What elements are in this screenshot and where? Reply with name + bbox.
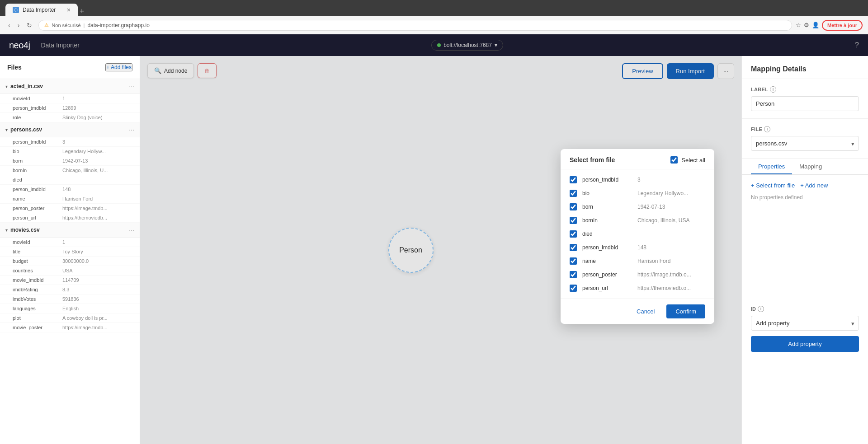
new-tab-btn[interactable]: + — [80, 7, 85, 16]
list-item: movie_posterhttps://image.tmdb... — [0, 323, 140, 332]
modal-row-checkbox[interactable] — [570, 285, 577, 292]
modal-row-val: Legendary Hollywo... — [637, 190, 705, 196]
confirm-btn[interactable]: Confirm — [666, 304, 705, 318]
cancel-btn[interactable]: Cancel — [629, 304, 662, 318]
row-key: person_tmdbId — [13, 105, 62, 111]
row-key: title — [13, 249, 62, 254]
row-key: imdbVotes — [13, 296, 62, 302]
add-files-btn[interactable]: + Add files — [105, 63, 132, 71]
file-header-acted-in[interactable]: ▾ acted_in.csv ··· — [0, 79, 140, 94]
modal-row-checkbox[interactable] — [570, 190, 577, 197]
row-key: movieId — [13, 96, 62, 101]
list-item: plotA cowboy doll is pr... — [0, 313, 140, 323]
file-group-movies: ▾ movies.csv ··· movieId1 titleToy Story… — [0, 223, 140, 332]
no-properties-text: No properties defined — [751, 194, 859, 201]
address-bar: ‹ › ↻ ⚠ Non sécurisé | data-importer.gra… — [0, 16, 868, 34]
list-item: died — [0, 175, 140, 185]
add-property-btn[interactable]: Add property — [751, 336, 859, 352]
properties-section: + Select from file + Add new No properti… — [742, 175, 868, 208]
modal-row-checkbox[interactable] — [570, 271, 577, 278]
select-from-file-btn[interactable]: + Select from file — [751, 182, 795, 189]
row-val: A cowboy doll is pr... — [62, 315, 108, 321]
modal-row: name Harrison Ford — [561, 254, 714, 268]
list-item: bioLegendary Hollyw... — [0, 147, 140, 156]
file-menu-persons[interactable]: ··· — [129, 126, 134, 133]
row-key: role — [13, 115, 62, 120]
panel-title: Mapping Details — [751, 65, 859, 73]
modal-row-checkbox[interactable] — [570, 230, 577, 238]
list-item: movie_imdbId114709 — [0, 276, 140, 285]
connection-badge[interactable]: bolt://localhost:7687 ▾ — [431, 40, 503, 51]
id-info-icon: i — [758, 306, 764, 312]
list-item: imdbRating8.3 — [0, 285, 140, 294]
list-item: titleToy Story — [0, 247, 140, 257]
connection-chevron: ▾ — [495, 42, 497, 48]
modal-row-checkbox[interactable] — [570, 176, 577, 183]
right-panel: Mapping Details Label i File i persons. — [741, 56, 868, 444]
list-item: born1942-07-13 — [0, 156, 140, 166]
modal-row-checkbox[interactable] — [570, 244, 577, 251]
row-key: countries — [13, 268, 62, 273]
row-key: movie_poster — [13, 325, 62, 330]
tab-title: Data Importer — [23, 7, 56, 13]
app-title: Data Importer — [41, 42, 80, 49]
panel-tabs: Properties Mapping — [742, 159, 868, 175]
modal-row: person_tmdbId 3 — [561, 173, 714, 187]
modal-row-key: born — [582, 204, 632, 210]
modal-row-checkbox[interactable] — [570, 257, 577, 265]
add-property-select[interactable]: Add property — [751, 316, 859, 331]
address-input[interactable]: ⚠ Non sécurisé | data-importer.graphapp.… — [38, 20, 792, 31]
file-header-movies[interactable]: ▾ movies.csv ··· — [0, 223, 140, 238]
browser-tabs: ⬡ Data Importer × + — [5, 0, 85, 16]
row-val: 12899 — [62, 105, 76, 111]
row-val: Toy Story — [62, 249, 83, 254]
modal-row-key: person_poster — [582, 271, 632, 278]
file-group-persons: ▾ persons.csv ··· person_tmdbId3 bioLege… — [0, 122, 140, 223]
modal-body: person_tmdbId 3 bio Legendary Hollywo...… — [561, 169, 714, 299]
sidebar: Files + Add files ▾ acted_in.csv ··· mov… — [0, 56, 140, 444]
forward-btn[interactable]: › — [15, 20, 23, 31]
file-menu-acted-in[interactable]: ··· — [129, 83, 134, 90]
modal-row-key: bio — [582, 190, 632, 196]
modal-row: bornIn Chicago, Illinois, USA — [561, 214, 714, 227]
row-val: 591836 — [62, 296, 79, 302]
modal-row-val: Harrison Ford — [637, 258, 705, 264]
file-select[interactable]: persons.csv — [751, 136, 859, 151]
modal-row-key: bornIn — [582, 217, 632, 224]
modal-row-val: https://themoviedb.o... — [637, 285, 705, 291]
id-section-label: ID i — [751, 306, 859, 312]
modal-row-checkbox[interactable] — [570, 217, 577, 224]
row-key: born — [13, 158, 62, 164]
file-header-persons[interactable]: ▾ persons.csv ··· — [0, 122, 140, 137]
row-val: USA — [62, 268, 73, 273]
row-val: https://image.tmdb... — [62, 325, 108, 330]
update-btn[interactable]: Mettre à jour — [822, 20, 863, 31]
logo-text: neo4j — [9, 40, 30, 51]
select-all-checkbox[interactable] — [670, 156, 678, 164]
active-tab[interactable]: ⬡ Data Importer × — [5, 4, 78, 16]
select-all-label[interactable]: Select all — [681, 157, 705, 164]
reload-btn[interactable]: ↻ — [24, 20, 35, 31]
label-input[interactable] — [751, 96, 859, 111]
row-val: 8.3 — [62, 287, 69, 292]
sidebar-title: Files — [7, 64, 22, 71]
bookmark-btn[interactable]: ☆ — [796, 22, 801, 28]
row-key: bio — [13, 149, 62, 154]
file-name-persons: persons.csv — [10, 126, 129, 133]
tab-properties[interactable]: Properties — [751, 159, 792, 174]
tab-close-btn[interactable]: × — [67, 6, 71, 14]
profile-btn[interactable]: 👤 — [812, 22, 819, 28]
modal-row: died — [561, 227, 714, 241]
modal-row-checkbox[interactable] — [570, 203, 577, 210]
file-menu-movies[interactable]: ··· — [129, 226, 134, 234]
help-btn[interactable]: ? — [855, 41, 859, 49]
add-new-btn[interactable]: + Add new — [800, 182, 828, 189]
url-warning: Non sécurisé — [52, 23, 80, 28]
tab-mapping[interactable]: Mapping — [792, 159, 829, 174]
back-btn[interactable]: ‹ — [5, 20, 13, 31]
canvas-area: 🔍 Add node 🗑 Preview Run Import ··· Pers… — [140, 56, 741, 444]
neo4j-logo: neo4j — [9, 40, 30, 51]
select-all-row: Select all — [670, 156, 705, 164]
extensions-btn[interactable]: ⚙ — [804, 22, 809, 28]
modal-row: person_poster https://image.tmdb.o... — [561, 268, 714, 281]
